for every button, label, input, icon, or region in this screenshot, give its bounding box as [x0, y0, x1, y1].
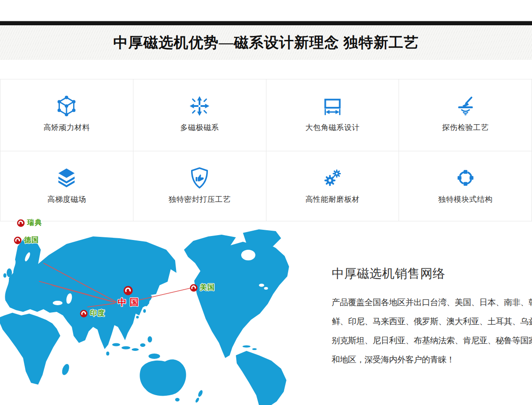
company-logo-pin-icon: [17, 219, 25, 227]
marker-label-india: 印度: [90, 309, 105, 318]
feature-label: 探伤检验工艺: [442, 122, 489, 133]
marker-label-germany: 德国: [24, 236, 39, 245]
map-marker-china: 中国: [113, 286, 144, 308]
width-measure-icon: [321, 94, 344, 118]
feature-label: 独特密封打压工艺: [168, 194, 231, 204]
feature-label: 多磁极磁系: [180, 122, 219, 133]
sales-network-section: 中厚磁选机销售网络 产品覆盖全国各地区并出口台湾、美国、日本、南非、朝 鲜、印尼…: [332, 265, 532, 369]
feature-cell-sealing-process: 独特密封打压工艺: [133, 151, 266, 221]
paragraph-line: 和地区，深受海内外客户的青睐！: [332, 350, 532, 369]
map-marker-germany: 德国: [14, 236, 39, 245]
sales-network-heading: 中厚磁选机销售网络: [332, 265, 532, 282]
feature-cell-wear-plate: 高性能耐磨板材: [266, 151, 399, 221]
paragraph-line: 鲜、印尼、马来西亚、俄罗斯、澳大利亚、土耳其、乌兹: [332, 312, 532, 331]
map-marker-sweden: 瑞典: [17, 218, 42, 228]
feature-cell-high-coercivity: 高矫顽力材料: [0, 79, 133, 151]
company-logo-pin-icon: [190, 284, 198, 292]
feature-cell-high-gradient: 高梯度磁场: [0, 151, 133, 221]
company-logo-pin-icon: [14, 236, 22, 244]
feature-cell-modular-structure: 独特模块式结构: [399, 151, 532, 221]
paragraph-line: 产品覆盖全国各地区并出口台湾、美国、日本、南非、朝: [332, 293, 532, 312]
feature-cell-flaw-detection: 探伤检验工艺: [399, 79, 532, 151]
page-title: 中厚磁选机优势—磁系设计新理念 独特新工艺: [113, 33, 419, 53]
map-marker-usa: 美国: [190, 283, 215, 292]
feature-label: 高梯度磁场: [47, 194, 86, 204]
feature-label: 大包角磁系设计: [305, 122, 360, 133]
paragraph-line: 别克斯坦、尼日利亚、布基纳法索、肯尼亚、秘鲁等国家: [332, 331, 532, 350]
layers-icon: [55, 166, 78, 190]
feature-grid: 高矫顽力材料 多磁极磁系: [0, 79, 532, 221]
feature-cell-multi-pole: 多磁极磁系: [133, 79, 266, 151]
sales-network-paragraph: 产品覆盖全国各地区并出口台湾、美国、日本、南非、朝 鲜、印尼、马来西亚、俄罗斯、…: [332, 293, 532, 369]
gears-icon: [321, 166, 344, 190]
company-logo-pin-icon: [80, 310, 88, 318]
feature-label: 高性能耐磨板材: [305, 194, 360, 204]
feature-label: 高矫顽力材料: [43, 122, 90, 133]
title-band: 中厚磁选机优势—磁系设计新理念 独特新工艺: [0, 25, 532, 60]
radiating-arrows-icon: [188, 94, 211, 118]
shield-thumb-icon: [188, 166, 211, 190]
marker-label-sweden: 瑞典: [27, 218, 42, 228]
lattice-cube-icon: [55, 94, 78, 118]
feature-cell-wrap-angle: 大包角磁系设计: [266, 79, 399, 151]
modular-ring-icon: [454, 166, 477, 190]
world-map: 瑞典 德国 中国 印度 美国: [0, 228, 319, 405]
flaw-probe-icon: [454, 94, 477, 118]
marker-label-usa: 美国: [200, 283, 215, 292]
marker-label-china: 中国: [115, 296, 142, 308]
company-logo-pin-icon: [123, 286, 133, 295]
map-marker-india: 印度: [80, 309, 105, 318]
feature-label: 独特模块式结构: [438, 194, 493, 204]
top-divider-bar: [0, 21, 532, 25]
world-map-graphic: [0, 228, 319, 405]
